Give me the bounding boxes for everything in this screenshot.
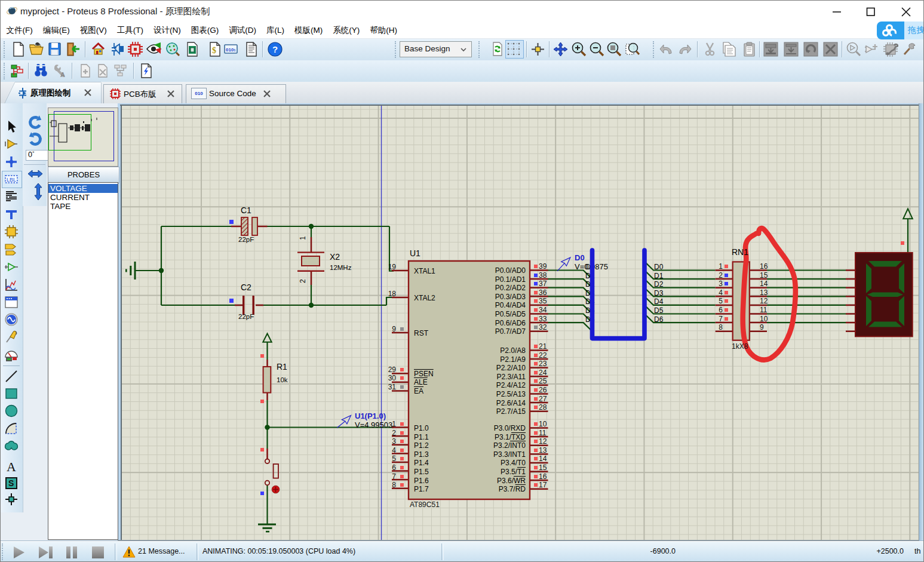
svg-text:S: S <box>8 478 14 488</box>
svg-text:A: A <box>60 71 65 78</box>
svg-text:?: ? <box>272 44 278 54</box>
svg-text:$: $ <box>212 46 216 55</box>
svg-text:0101: 0101 <box>226 47 236 53</box>
svg-text:A: A <box>7 459 16 474</box>
svg-text:LBL: LBL <box>7 177 16 183</box>
